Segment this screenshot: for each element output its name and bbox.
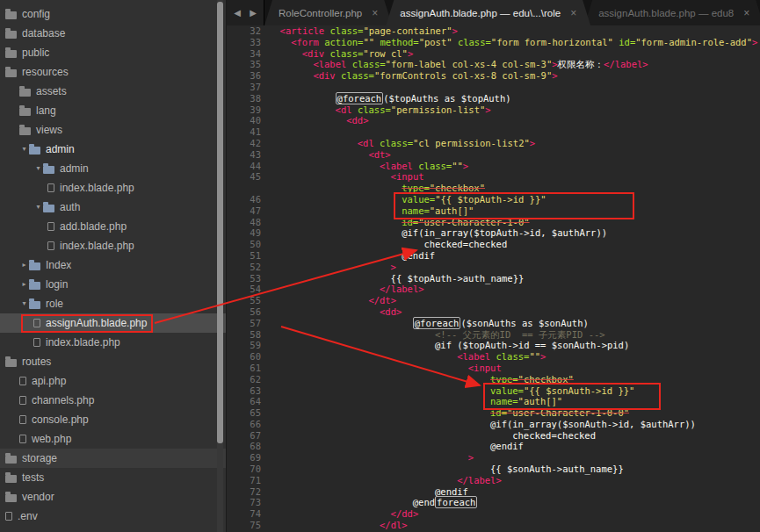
folder-icon [29,301,40,309]
code-line-70[interactable]: 70{{ $sonAuth->auth_name}} [227,464,760,475]
code-line-66[interactable]: 66@if(in_array($sonAuth->id, $authArr)) [227,419,760,430]
folder-icon [29,282,40,290]
code-line-text: name="auth[]" [269,205,474,217]
line-number: 36 [227,70,269,82]
code-line-67[interactable]: 67checked=checked [227,430,760,442]
code-line-38[interactable]: 38@foreach($topAuths as $topAuth) [227,93,760,104]
code-line-text: <dd> [269,306,402,318]
code-line-58[interactable]: 58<!-- 父元素的ID == 子元素PID --> [227,329,760,341]
chevron-down-icon[interactable]: ▾ [33,198,43,217]
tree-item-assets[interactable]: assets [0,82,226,101]
tree-item-vendor[interactable]: vendor [0,487,226,507]
folder-icon [29,147,40,155]
tree-item-database[interactable]: database [0,24,226,43]
tree-item-views[interactable]: views [0,120,226,140]
code-line-33[interactable]: 33<form action="" method="post" class="f… [227,37,760,48]
tree-item-index.blade.php[interactable]: index.blade.php [0,236,226,255]
code-line-41[interactable]: 41 [227,126,760,138]
code-line-40[interactable]: 40<dd> [227,115,760,126]
code-line-text: > [269,262,396,273]
code-line-34[interactable]: 34<div class="row cl"> [227,48,760,60]
code-line-55[interactable]: 55</dt> [227,295,760,306]
code-line-54[interactable]: 54</label> [227,284,760,295]
chevron-down-icon[interactable]: ▾ [33,159,43,178]
line-number: 55 [227,295,269,306]
tree-item-assignauth.blade.php[interactable]: assignAuth.blade.php [0,313,226,333]
tree-item-web.php[interactable]: web.php [0,429,226,449]
code-line-63[interactable]: 63value="{{ $sonAuth->id }}" [227,385,760,397]
code-line-74[interactable]: 74</dd> [227,508,760,520]
code-line-52[interactable]: 52> [227,262,760,273]
tree-item-index[interactable]: ▸Index [0,255,226,275]
code-line-43[interactable]: 43<dt> [227,149,760,161]
code-line-32[interactable]: 32<article class="page-container"> [227,25,760,37]
code-line-71[interactable]: 71</label> [227,475,760,486]
code-line-45[interactable]: 45<input [227,171,760,183]
chevron-right-icon[interactable]: ▸ [19,275,29,294]
tree-item-auth[interactable]: ▾auth [0,198,226,217]
tree-item-index.blade.php[interactable]: index.blade.php [0,333,226,352]
editor-tab[interactable]: RoleController.php× [264,0,392,25]
code-line-60[interactable]: 60<label class=""> [227,351,760,363]
code-line-56[interactable]: 56<dd> [227,306,760,318]
tree-item-storage[interactable]: storage [0,449,226,468]
editor-tab[interactable]: assignAuth.blade.php — edu8× [584,0,760,25]
tree-item-api.php[interactable]: api.php [0,371,226,391]
code-line-75[interactable]: 75</dl> [227,520,760,531]
tab-close-icon[interactable]: × [570,8,576,18]
code-line-69[interactable]: 69> [227,452,760,464]
editor-tab[interactable]: assignAuth.blade.php — edu\...\role× [386,0,590,25]
code-line-49[interactable]: 49@if(in_array($topAuth->id, $authArr)) [227,227,760,239]
tree-item-admin[interactable]: ▾admin [0,159,226,178]
code-line-73[interactable]: 73@endforeach [227,497,760,508]
tree-item-label: index.blade.php [46,336,120,349]
tree-item-role[interactable]: ▾role [0,294,226,313]
tree-item-.env[interactable]: .env [0,507,226,526]
code-line-59[interactable]: 59@if ($topAuth->id == $sonAuth->pid) [227,340,760,351]
code-line-62[interactable]: 62type="checkbox" [227,374,760,385]
tab-close-icon[interactable]: × [743,8,749,18]
code-line-61[interactable]: 61<input [227,363,760,374]
code-line-text: <div class="row cl"> [269,48,413,60]
code-line-wrap[interactable]: type="checkbox" [227,183,760,194]
code-editor[interactable]: 32<article class="page-container">33<for… [227,25,760,532]
code-line-48[interactable]: 48id="user-Character-1-0" [227,217,760,228]
tree-item-routes[interactable]: routes [0,352,226,371]
code-line-42[interactable]: 42<dl class="cl permission-list2"> [227,138,760,149]
code-line-65[interactable]: 65id="user-Character-1-0-0" [227,407,760,419]
chevron-right-icon[interactable]: ▸ [19,255,29,275]
code-line-46[interactable]: 46value="{{ $topAuth->id }}" [227,194,760,205]
code-line-72[interactable]: 72@endif [227,486,760,498]
code-line-39[interactable]: 39<dl class="permission-list"> [227,104,760,116]
chevron-down-icon[interactable]: ▾ [19,140,29,159]
code-line-text: {{ $topAuth->auth_name}} [269,273,524,284]
code-line-36[interactable]: 36<div class="formControls col-xs-8 col-… [227,70,760,82]
tree-item-channels.php[interactable]: channels.php [0,391,226,410]
code-line-37[interactable]: 37 [227,82,760,93]
tree-item-public[interactable]: public [0,43,226,62]
tree-item-admin[interactable]: ▾admin [0,140,226,159]
tree-item-lang[interactable]: lang [0,101,226,120]
code-line-47[interactable]: 47name="auth[]" [227,205,760,217]
tree-item-index.blade.php[interactable]: index.blade.php [0,178,226,198]
chevron-down-icon[interactable]: ▾ [19,294,29,313]
tree-item-config[interactable]: config [0,4,226,24]
tree-item-console.php[interactable]: console.php [0,410,226,429]
tree-item-tests[interactable]: tests [0,468,226,487]
code-line-51[interactable]: 51@endif [227,250,760,262]
tab-close-icon[interactable]: × [372,8,378,18]
sidebar-scrollbar-track[interactable] [217,0,223,532]
code-line-53[interactable]: 53{{ $topAuth->auth_name}} [227,273,760,284]
forward-icon[interactable]: ▶ [245,0,261,25]
code-line-35[interactable]: 35<label class="form-label col-xs-4 col-… [227,59,760,70]
back-icon[interactable]: ◀ [229,0,245,25]
code-line-44[interactable]: 44<label class=""> [227,161,760,172]
code-line-50[interactable]: 50checked=checked [227,239,760,250]
tree-item-resources[interactable]: resources [0,62,226,82]
tree-item-add.blade.php[interactable]: add.blade.php [0,217,226,236]
code-line-64[interactable]: 64name="auth[]" [227,396,760,407]
code-line-57[interactable]: 57@foreach($sonAuths as $sonAuth) [227,318,760,329]
sidebar-scrollbar-thumb[interactable] [217,2,223,443]
tree-item-login[interactable]: ▸login [0,275,226,294]
code-line-68[interactable]: 68@endif [227,441,760,452]
